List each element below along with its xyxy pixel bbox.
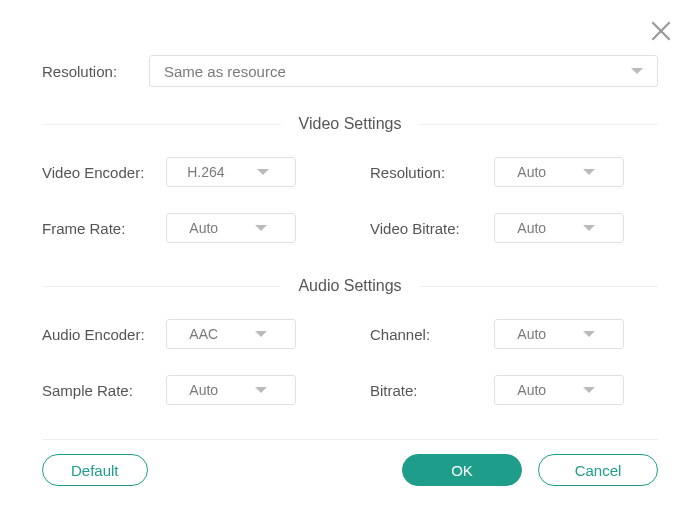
chevron-down-icon xyxy=(255,225,267,231)
chevron-down-icon xyxy=(583,225,595,231)
chevron-down-icon xyxy=(583,387,595,393)
video-bitrate-select[interactable]: Auto xyxy=(494,213,624,243)
audio-encoder-value: AAC xyxy=(189,326,218,342)
audio-section-title: Audio Settings xyxy=(280,277,419,294)
top-resolution-row: Resolution: Same as resource xyxy=(42,55,658,87)
channel-field: Channel: Auto xyxy=(370,319,658,349)
frame-rate-value: Auto xyxy=(189,220,218,236)
frame-rate-label: Frame Rate: xyxy=(42,220,166,237)
video-encoder-select[interactable]: H.264 xyxy=(166,157,296,187)
chevron-down-icon xyxy=(257,169,269,175)
video-resolution-select[interactable]: Auto xyxy=(494,157,624,187)
audio-encoder-field: Audio Encoder: AAC xyxy=(42,319,330,349)
chevron-down-icon xyxy=(631,68,643,74)
video-encoder-field: Video Encoder: H.264 xyxy=(42,157,330,187)
frame-rate-field: Frame Rate: Auto xyxy=(42,213,330,243)
channel-select[interactable]: Auto xyxy=(494,319,624,349)
close-button[interactable] xyxy=(648,18,674,44)
top-resolution-label: Resolution: xyxy=(42,63,137,80)
video-section-header: Video Settings xyxy=(42,115,658,133)
chevron-down-icon xyxy=(255,331,267,337)
sample-rate-field: Sample Rate: Auto xyxy=(42,375,330,405)
video-fields-grid: Video Encoder: H.264 Resolution: Auto Fr… xyxy=(42,157,658,243)
video-bitrate-field: Video Bitrate: Auto xyxy=(370,213,658,243)
video-section-title: Video Settings xyxy=(281,115,420,132)
channel-label: Channel: xyxy=(370,326,494,343)
video-resolution-label: Resolution: xyxy=(370,164,494,181)
audio-bitrate-field: Bitrate: Auto xyxy=(370,375,658,405)
audio-encoder-label: Audio Encoder: xyxy=(42,326,166,343)
channel-value: Auto xyxy=(517,326,546,342)
video-resolution-value: Auto xyxy=(517,164,546,180)
video-bitrate-value: Auto xyxy=(517,220,546,236)
video-resolution-field: Resolution: Auto xyxy=(370,157,658,187)
audio-section-header: Audio Settings xyxy=(42,277,658,295)
chevron-down-icon xyxy=(583,331,595,337)
audio-bitrate-label: Bitrate: xyxy=(370,382,494,399)
default-button[interactable]: Default xyxy=(42,454,148,486)
chevron-down-icon xyxy=(583,169,595,175)
audio-encoder-select[interactable]: AAC xyxy=(166,319,296,349)
sample-rate-value: Auto xyxy=(189,382,218,398)
audio-fields-grid: Audio Encoder: AAC Channel: Auto Sample … xyxy=(42,319,658,405)
video-encoder-value: H.264 xyxy=(187,164,224,180)
settings-panel: Resolution: Same as resource Video Setti… xyxy=(0,0,700,440)
bottom-divider xyxy=(42,439,658,440)
top-resolution-value: Same as resource xyxy=(164,63,286,80)
ok-button[interactable]: OK xyxy=(402,454,522,486)
video-encoder-label: Video Encoder: xyxy=(42,164,166,181)
audio-bitrate-value: Auto xyxy=(517,382,546,398)
close-icon xyxy=(648,18,674,44)
button-bar: Default OK Cancel xyxy=(42,454,658,486)
audio-bitrate-select[interactable]: Auto xyxy=(494,375,624,405)
video-bitrate-label: Video Bitrate: xyxy=(370,220,494,237)
top-resolution-select[interactable]: Same as resource xyxy=(149,55,658,87)
cancel-button[interactable]: Cancel xyxy=(538,454,658,486)
frame-rate-select[interactable]: Auto xyxy=(166,213,296,243)
sample-rate-label: Sample Rate: xyxy=(42,382,166,399)
sample-rate-select[interactable]: Auto xyxy=(166,375,296,405)
chevron-down-icon xyxy=(255,387,267,393)
